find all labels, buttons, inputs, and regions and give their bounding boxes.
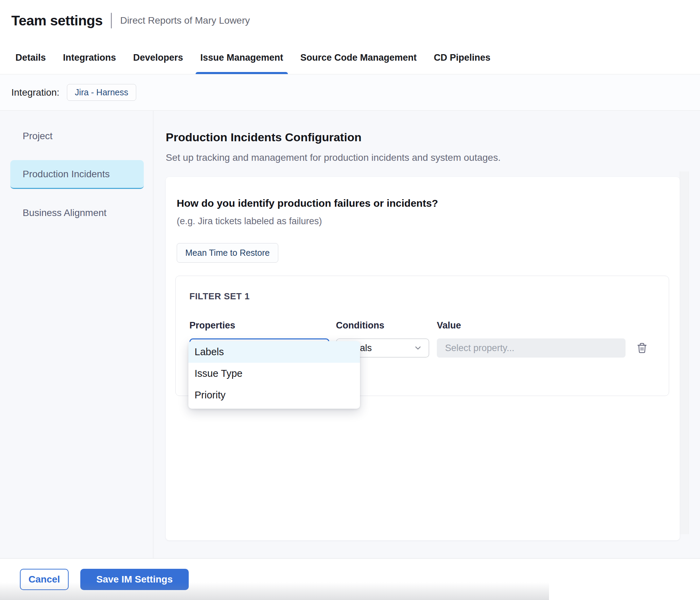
tab-issue-management[interactable]: Issue Management <box>196 41 288 74</box>
sidebar-item-production-incidents[interactable]: Production Incidents <box>10 160 144 189</box>
section-subtitle: Set up tracking and management for produ… <box>166 152 700 163</box>
tab-cd-pipelines[interactable]: CD Pipelines <box>429 41 495 74</box>
active-tab-underline <box>196 72 288 74</box>
content-area: Project Production Incidents Business Al… <box>0 111 700 558</box>
tab-details[interactable]: Details <box>11 41 51 74</box>
save-im-settings-button[interactable]: Save IM Settings <box>80 569 189 590</box>
tab-developers[interactable]: Developers <box>128 41 188 74</box>
page-header: Team settings Direct Reports of Mary Low… <box>0 0 700 41</box>
tab-source-code-management[interactable]: Source Code Management <box>295 41 421 74</box>
delete-filter-button[interactable] <box>634 340 650 356</box>
scrollbar-track[interactable] <box>680 171 689 534</box>
column-header-properties: Properties <box>189 320 329 331</box>
trash-icon <box>637 343 648 353</box>
mean-time-to-restore-chip[interactable]: Mean Time to Restore <box>177 243 278 263</box>
main-panel: Production Incidents Configuration Set u… <box>153 111 700 558</box>
section-title: Production Incidents Configuration <box>166 131 700 144</box>
team-name-subtitle: Direct Reports of Mary Lowery <box>120 15 250 26</box>
integration-label: Integration: <box>11 87 59 98</box>
dropdown-option-issue-type[interactable]: Issue Type <box>188 363 360 384</box>
integration-chip-jira-harness[interactable]: Jira - Harness <box>67 84 136 101</box>
column-header-conditions: Conditions <box>336 320 429 331</box>
settings-tab-bar: Details Integrations Developers Issue Ma… <box>0 41 700 74</box>
value-input[interactable]: Select property... <box>437 338 626 358</box>
dropdown-option-labels[interactable]: Labels <box>188 341 360 363</box>
footer-action-bar: Cancel Save IM Settings <box>0 558 700 600</box>
question-hint: (e.g. Jira tickets labeled as failures) <box>177 216 680 227</box>
column-header-value: Value <box>437 320 626 331</box>
sidebar-item-business-alignment[interactable]: Business Alignment <box>10 199 144 227</box>
chevron-down-icon <box>413 344 422 352</box>
cancel-button[interactable]: Cancel <box>20 569 69 590</box>
page-title: Team settings <box>11 13 103 29</box>
settings-sidebar: Project Production Incidents Business Al… <box>0 111 153 558</box>
question-title: How do you identify production failures … <box>177 197 680 209</box>
property-dropdown-menu: Labels Issue Type Priority <box>188 341 360 409</box>
tab-integrations[interactable]: Integrations <box>58 41 121 74</box>
sidebar-item-project[interactable]: Project <box>10 122 144 151</box>
integration-bar: Integration: Jira - Harness <box>0 74 700 111</box>
filter-column-headers: Properties Conditions Value <box>189 320 655 331</box>
incidents-config-card: How do you identify production failures … <box>166 177 680 540</box>
value-input-placeholder: Select property... <box>445 343 514 353</box>
title-divider <box>111 13 112 28</box>
filter-set-title: FILTER SET 1 <box>189 291 655 302</box>
dropdown-option-priority[interactable]: Priority <box>188 384 360 406</box>
